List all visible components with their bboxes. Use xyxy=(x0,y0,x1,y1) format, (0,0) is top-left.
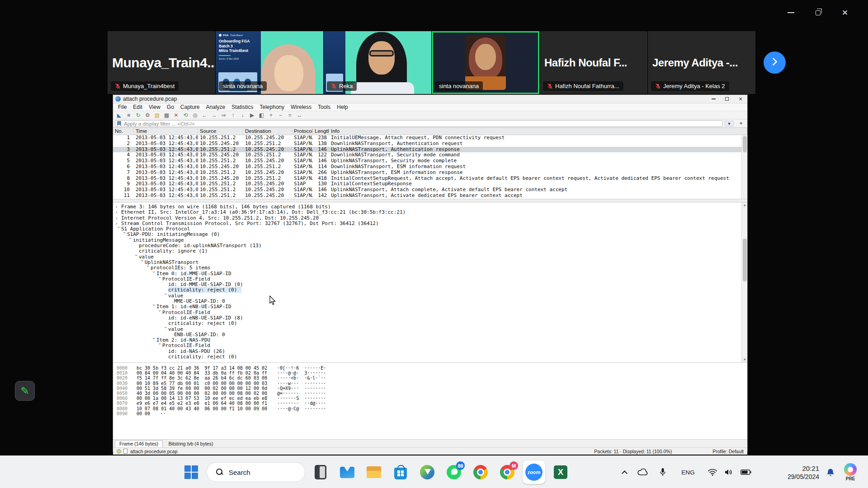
detail-tree-line[interactable]: ›Item 0: id-MME-UE-S1AP-ID xyxy=(151,271,741,277)
display-filter-input[interactable]: Apply a display filter ... <Ctrl-/> xyxy=(115,120,723,127)
expanded-icon[interactable]: › xyxy=(122,232,127,238)
detail-tree-line[interactable]: ›Item 2: id-NAS-PDU xyxy=(151,338,741,343)
packet-row[interactable]: 92013-05-03 12:45:43,05026310.255.251.21… xyxy=(113,181,747,187)
detail-tree-line[interactable]: MME-UE-S1AP-ID: 0 xyxy=(169,299,741,304)
restart-capture-icon[interactable]: ↻ xyxy=(134,112,142,119)
find-packet-icon[interactable]: ◎ xyxy=(191,112,199,119)
filter-dropdown-icon[interactable]: ▼ xyxy=(725,121,734,127)
tab-bitstring[interactable]: Bitstring tvb (4 bytes) xyxy=(165,441,217,447)
taskbar-item-chrome[interactable] xyxy=(469,460,492,485)
menu-item-statistics[interactable]: Statistics xyxy=(228,104,256,110)
taskbar-item-zoom-active[interactable]: zoom xyxy=(523,460,545,485)
detail-tree-line[interactable]: ›value xyxy=(163,327,741,332)
taskbar-item-mail[interactable] xyxy=(336,460,359,485)
hex-row[interactable]: 001000 84 00 04 40 00 40 84 33 db 0a ff … xyxy=(117,371,747,375)
tray-clock[interactable]: 20:21 29/05/2024 xyxy=(771,456,821,488)
packet-row[interactable]: 12013-05-03 12:45:43,04745910.255.251.21… xyxy=(113,135,747,141)
expert-info-icon[interactable] xyxy=(117,449,121,454)
collapsed-icon[interactable]: › xyxy=(116,204,121,210)
tray-microphone[interactable] xyxy=(656,456,670,488)
collapsed-icon[interactable]: › xyxy=(116,210,121,215)
detail-tree-line[interactable]: ›protocolIEs: 5 items xyxy=(145,265,741,271)
detail-scrollbar[interactable]: ▲ ▼ xyxy=(741,202,747,362)
go-first-icon[interactable]: ↑ xyxy=(229,112,237,119)
tray-wifi[interactable] xyxy=(705,456,720,488)
wireshark-titlebar[interactable]: attach procedure.pcap ✕ xyxy=(113,95,747,103)
scroll-up-icon[interactable]: ▲ xyxy=(742,202,747,208)
taskbar-item-gmail-chrome[interactable]: M xyxy=(496,460,519,485)
capture-options-icon[interactable]: ⚙ xyxy=(143,112,152,119)
taskbar-item-idm[interactable] xyxy=(416,460,439,485)
hex-row[interactable]: 005040 3d 00 00 05 00 00 00 02 00 00 00 … xyxy=(117,391,747,396)
taskbar-item-whatsapp[interactable]: 88 xyxy=(443,460,465,485)
packet-row[interactable]: 32013-05-03 12:45:43,04819610.255.251.21… xyxy=(113,147,747,153)
expanded-icon[interactable]: › xyxy=(133,254,139,260)
menu-item-edit[interactable]: Edit xyxy=(130,104,146,110)
tray-copilot[interactable]: PRE xyxy=(840,456,861,488)
participant-tile-sinta-video[interactable]: FGA Train4best Onboarding FGA Batch 3 Mi… xyxy=(216,31,323,94)
taskbar-item-microsoft-store[interactable] xyxy=(389,460,412,485)
participant-tile-reka[interactable]: Reka xyxy=(324,31,431,94)
reload-file-icon[interactable]: ⟲ xyxy=(181,112,190,119)
taskbar-item-excel[interactable]: X xyxy=(549,460,572,485)
menu-item-view[interactable]: View xyxy=(146,104,164,110)
participant-tile-hafizh[interactable]: Hafizh Noufal F... Hafizh Noufal Fathurr… xyxy=(540,31,647,94)
go-forward-icon[interactable]: → xyxy=(210,112,218,119)
pane-divider[interactable] xyxy=(113,199,747,202)
packet-list-scrollbar[interactable] xyxy=(741,135,747,199)
packet-row[interactable]: 72013-05-03 12:45:43,04938110.255.251.21… xyxy=(113,170,747,176)
menu-item-capture[interactable]: Capture xyxy=(177,104,203,110)
taskbar-item-phone-link[interactable] xyxy=(309,460,332,485)
menu-item-analyze[interactable]: Analyze xyxy=(203,104,229,110)
detail-tree-line[interactable]: ›value xyxy=(133,254,741,260)
hex-row[interactable]: 003000 10 89 e5 77 db 00 01 c0 00 00 00 … xyxy=(117,381,747,386)
start-capture-icon[interactable]: ◣ xyxy=(115,112,123,119)
expanded-icon[interactable]: › xyxy=(163,293,168,299)
participant-tile-jeremy[interactable]: Jeremy Aditya -... Jeremy Aditya - Kelas… xyxy=(648,31,755,94)
maximize-icon[interactable] xyxy=(720,95,734,103)
participant-tile-sinta-active-speaker[interactable]: sinta novanana xyxy=(432,31,539,94)
column-header-time[interactable]: Time xyxy=(134,128,198,135)
detail-tree-line[interactable]: ›ProtocolIE-Field xyxy=(157,277,741,282)
restore-icon[interactable] xyxy=(812,7,824,19)
tray-battery[interactable] xyxy=(738,456,754,488)
tray-language[interactable]: ENG xyxy=(677,456,699,488)
zoom-out-icon[interactable]: − xyxy=(276,112,285,119)
tray-notifications[interactable] xyxy=(823,456,838,488)
detail-tree-line[interactable]: ENB-UE-S1AP-ID: 0 xyxy=(169,332,741,338)
detail-tree-line[interactable]: id: id-NAS-PDU (26) xyxy=(163,349,741,354)
go-to-packet-icon[interactable]: ⇒ xyxy=(219,112,228,119)
menu-item-wireless[interactable]: Wireless xyxy=(288,104,315,110)
colorize-icon[interactable]: ◧ xyxy=(257,112,266,119)
bookmark-icon[interactable] xyxy=(117,121,121,126)
column-header-protocol[interactable]: Protocol xyxy=(292,128,313,135)
expanded-icon[interactable]: › xyxy=(157,277,162,282)
hex-row[interactable]: 006000 00 1a 00 14 13 07 53 10 ee ef ec … xyxy=(117,396,747,401)
screen-annotation-button[interactable]: ✎ xyxy=(15,381,35,401)
scrollbar-thumb[interactable] xyxy=(743,136,747,152)
resize-columns-icon[interactable]: ↔ xyxy=(295,112,304,119)
status-profile[interactable]: Profile: Default xyxy=(712,449,744,454)
hex-row[interactable]: 0070e9 e6 e7 e4 e5 e2 e3 e0 e1 00 64 40 … xyxy=(117,401,747,406)
detail-tree-line[interactable]: ›UplinkNASTransport xyxy=(139,260,741,265)
close-icon[interactable]: ✕ xyxy=(734,95,747,103)
expanded-icon[interactable]: › xyxy=(157,310,162,315)
close-icon[interactable]: ✕ xyxy=(839,7,851,19)
hex-row[interactable]: 0020f5 14 7f ff 8e 3c 62 8e aa 26 b4 6c … xyxy=(117,375,747,380)
minimize-icon[interactable] xyxy=(785,7,797,19)
tab-frame[interactable]: Frame (146 bytes) xyxy=(115,440,163,447)
packet-row[interactable]: 82013-05-03 12:45:43,04972010.255.245.20… xyxy=(113,176,747,182)
scroll-down-icon[interactable]: ▼ xyxy=(742,357,747,362)
detail-tree-line[interactable]: id: id-MME-UE-S1AP-ID (0) xyxy=(163,282,741,287)
packet-row[interactable]: 62013-05-03 12:45:43,04901110.255.245.20… xyxy=(113,164,747,170)
expanded-icon[interactable]: › xyxy=(116,226,121,232)
collapsed-icon[interactable]: › xyxy=(116,216,121,221)
menu-item-file[interactable]: File xyxy=(115,104,130,110)
column-header-info[interactable]: Info xyxy=(329,128,747,135)
packet-row[interactable]: 112013-05-03 12:45:43,05030210.255.251.2… xyxy=(113,193,747,199)
expanded-icon[interactable]: › xyxy=(151,271,156,277)
detail-tree-line[interactable]: criticality: reject (0) xyxy=(163,354,741,360)
detail-tree-line[interactable]: ›ProtocolIE-Field xyxy=(157,310,741,315)
collapsed-icon[interactable]: › xyxy=(116,221,121,226)
expanded-icon[interactable]: › xyxy=(151,304,156,310)
